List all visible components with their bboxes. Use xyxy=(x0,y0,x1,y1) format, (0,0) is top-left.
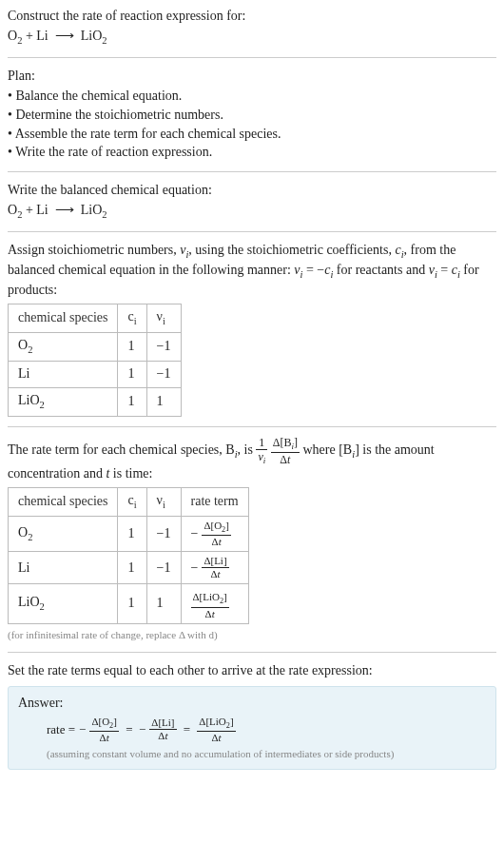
plan-item: • Determine the stoichiometric numbers. xyxy=(8,107,496,125)
cell-vi: −1 xyxy=(146,552,181,584)
col-ci: ci xyxy=(118,304,146,333)
divider xyxy=(8,57,496,58)
cell-rate: −Δ[O2]Δt xyxy=(181,517,248,552)
col-species: chemical species xyxy=(9,488,118,517)
divider xyxy=(8,426,496,427)
cell-ci: 1 xyxy=(118,332,146,361)
intro-prompt: Construct the rate of reaction expressio… xyxy=(8,8,496,26)
answer-prefix: rate = xyxy=(47,721,75,738)
final-heading: Set the rate terms equal to each other t… xyxy=(8,662,496,680)
cell-ci: 1 xyxy=(118,552,146,584)
rate-intro-mid: , is xyxy=(238,442,257,457)
cell-species: Li xyxy=(9,552,118,584)
plan-heading: Plan: xyxy=(8,68,496,86)
table-row: LiO2 1 1 Δ[LiO2]Δt xyxy=(9,584,249,623)
col-rate: rate term xyxy=(181,488,248,517)
table-row: LiO2 1 1 xyxy=(9,387,182,416)
intro-equation: O2 + Li ⟶ LiO2 xyxy=(8,28,496,48)
col-vi: νi xyxy=(146,488,181,517)
col-species: chemical species xyxy=(9,304,118,333)
cell-vi: −1 xyxy=(146,517,181,552)
table-header-row: chemical species ci νi rate term xyxy=(9,488,249,517)
rate-term-table: chemical species ci νi rate term O2 1 −1… xyxy=(8,487,249,624)
cell-ci: 1 xyxy=(118,361,146,387)
answer-note: (assuming constant volume and no accumul… xyxy=(47,747,486,761)
rate-intro-frac2: Δ[Bi]Δt xyxy=(271,437,300,465)
plan-item: • Write the rate of reaction expression. xyxy=(8,144,496,162)
cell-species: LiO2 xyxy=(9,584,118,623)
divider xyxy=(8,171,496,172)
answer-box: Answer: rate = −Δ[O2]Δt = −Δ[Li]Δt = Δ[L… xyxy=(8,686,496,770)
rate-intro-prefix: The rate term for each chemical species,… xyxy=(8,442,235,457)
cell-vi: −1 xyxy=(146,332,181,361)
plan-list: • Balance the chemical equation. • Deter… xyxy=(8,88,496,163)
stoich-assign-text: Assign stoichiometric numbers, νi, using… xyxy=(8,242,496,300)
cell-ci: 1 xyxy=(118,584,146,623)
cell-ci: 1 xyxy=(118,517,146,552)
cell-vi: −1 xyxy=(146,361,181,387)
table-header-row: chemical species ci νi xyxy=(9,304,182,333)
answer-label: Answer: xyxy=(18,695,486,713)
rate-footnote: (for infinitesimal rate of change, repla… xyxy=(8,628,496,642)
divider xyxy=(8,652,496,653)
table-row: O2 1 −1 xyxy=(9,332,182,361)
table-row: Li 1 −1 xyxy=(9,361,182,387)
divider xyxy=(8,231,496,232)
cell-species: Li xyxy=(9,361,118,387)
rate-intro-frac1: 1νi xyxy=(256,437,267,465)
cell-ci: 1 xyxy=(118,387,146,416)
cell-species: LiO2 xyxy=(9,387,118,416)
rate-term-intro: The rate term for each chemical species,… xyxy=(8,437,496,483)
cell-vi: 1 xyxy=(146,387,181,416)
cell-vi: 1 xyxy=(146,584,181,623)
answer-equation: rate = −Δ[O2]Δt = −Δ[Li]Δt = Δ[LiO2]Δt xyxy=(47,717,486,743)
balanced-equation: O2 + Li ⟶ LiO2 xyxy=(8,202,496,222)
plan-item: • Assemble the rate term for each chemic… xyxy=(8,126,496,144)
col-ci: ci xyxy=(118,488,146,517)
cell-rate: −Δ[Li]Δt xyxy=(181,552,248,584)
cell-species: O2 xyxy=(9,517,118,552)
table-row: Li 1 −1 −Δ[Li]Δt xyxy=(9,552,249,584)
balance-heading: Write the balanced chemical equation: xyxy=(8,182,496,200)
stoich-table: chemical species ci νi O2 1 −1 Li 1 −1 L… xyxy=(8,304,182,417)
cell-species: O2 xyxy=(9,332,118,361)
table-row: O2 1 −1 −Δ[O2]Δt xyxy=(9,517,249,552)
plan-item: • Balance the chemical equation. xyxy=(8,88,496,106)
cell-rate: Δ[LiO2]Δt xyxy=(181,584,248,623)
col-vi: νi xyxy=(146,304,181,333)
